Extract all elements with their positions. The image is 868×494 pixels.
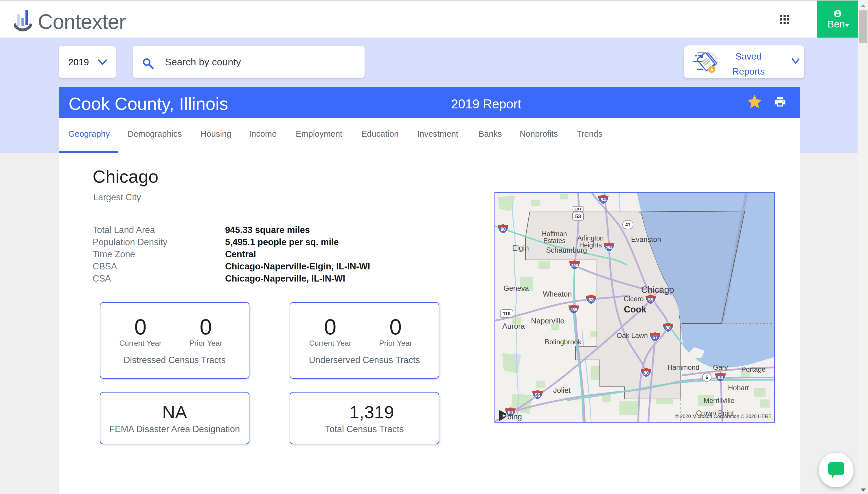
svg-text:41: 41	[625, 222, 631, 227]
svg-text:Hobart: Hobart	[728, 384, 749, 392]
svg-text:Bolingbrook: Bolingbrook	[545, 338, 582, 346]
svg-text:Estates: Estates	[543, 237, 566, 245]
svg-text:Gary: Gary	[713, 363, 728, 371]
svg-text:Aurora: Aurora	[502, 322, 525, 330]
svg-text:80: 80	[644, 370, 649, 376]
svg-text:90: 90	[501, 227, 506, 232]
svg-text:Geneva: Geneva	[503, 284, 529, 292]
svg-text:Merrillville: Merrillville	[704, 397, 735, 404]
svg-text:© 2020 Microsoft Corporation ©: © 2020 Microsoft Corporation © 2020 HERE	[675, 414, 772, 419]
svg-text:Hammond: Hammond	[668, 363, 700, 371]
svg-text:Evanston: Evanston	[631, 235, 661, 243]
svg-text:Cicero: Cicero	[623, 295, 644, 303]
svg-text:94: 94	[601, 197, 606, 202]
svg-text:Wheaton: Wheaton	[543, 290, 572, 298]
svg-text:bing: bing	[507, 413, 522, 421]
svg-text:55: 55	[535, 393, 540, 398]
svg-text:Elgin: Elgin	[512, 244, 529, 252]
svg-text:Chicago: Chicago	[641, 285, 674, 295]
svg-text:110: 110	[503, 311, 510, 316]
svg-text:355: 355	[570, 307, 577, 312]
svg-text:Hoffman: Hoffman	[542, 230, 567, 238]
svg-text:94: 94	[718, 375, 723, 380]
svg-text:Arlington: Arlington	[578, 234, 604, 242]
svg-text:88: 88	[589, 298, 594, 302]
svg-text:★: ★	[709, 67, 714, 72]
svg-text:Joliet: Joliet	[553, 386, 571, 395]
svg-text:EXT: EXT	[574, 207, 582, 211]
svg-text:Portage: Portage	[741, 365, 765, 373]
svg-text:Oak Lawn: Oak Lawn	[617, 331, 648, 339]
svg-text:6: 6	[706, 375, 708, 380]
svg-text:90: 90	[666, 325, 671, 330]
svg-text:290: 290	[571, 263, 578, 268]
svg-text:Naperville: Naperville	[531, 317, 564, 325]
svg-text:Schaumburg: Schaumburg	[546, 246, 587, 254]
svg-text:57: 57	[652, 335, 658, 340]
svg-text:55: 55	[648, 298, 653, 302]
svg-text:53: 53	[575, 214, 581, 220]
svg-text:Cook: Cook	[624, 304, 646, 315]
svg-text:294: 294	[605, 245, 613, 250]
